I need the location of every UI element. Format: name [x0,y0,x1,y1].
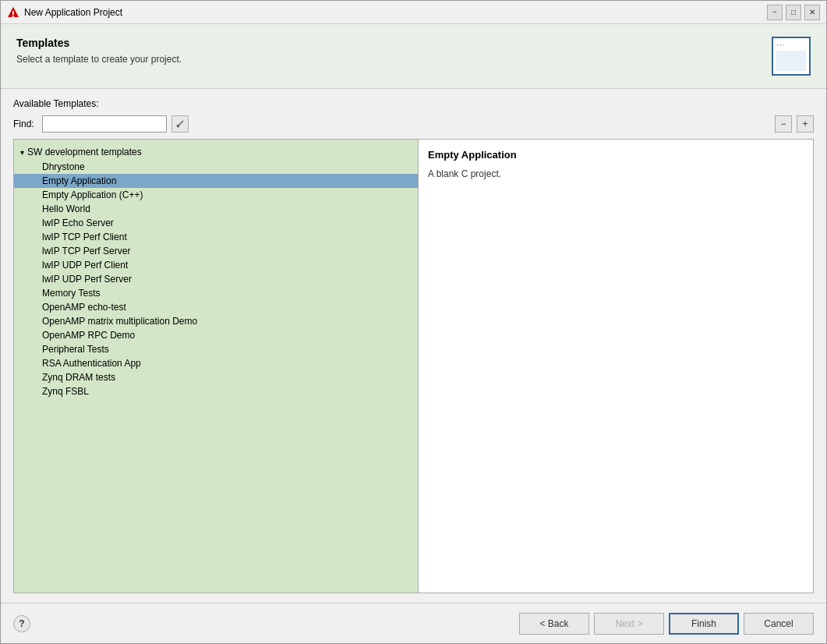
svg-rect-1 [12,11,14,15]
header-title: Templates [16,37,182,49]
restore-button[interactable]: □ [786,5,801,20]
chevron-down-icon: ▾ [20,148,24,157]
close-button[interactable]: ✕ [804,5,820,20]
category-label: SW development templates [27,147,142,157]
template-item[interactable]: lwIP TCP Perf Server [14,244,418,258]
expand-button[interactable]: + [797,115,814,133]
body-section: Available Templates: Find: − + ▾ SW deve… [1,89,826,603]
svg-rect-2 [12,16,14,17]
template-item[interactable]: Hello World [14,202,418,216]
finish-button[interactable]: Finish [669,613,739,635]
title-bar: New Application Project − □ ✕ [1,1,826,24]
template-item[interactable]: Dhrystone [14,160,418,174]
template-item[interactable]: lwIP Echo Server [14,216,418,230]
window-controls: − □ ✕ [767,5,820,20]
available-templates-label: Available Templates: [13,98,814,109]
content-area: ▾ SW development templates DhrystoneEmpt… [13,139,814,593]
template-item[interactable]: lwIP UDP Perf Server [14,272,418,286]
template-item[interactable]: Zynq DRAM tests [14,370,418,384]
back-button[interactable]: < Back [519,613,589,635]
template-items-container: DhrystoneEmpty ApplicationEmpty Applicat… [14,160,418,398]
window-title: New Application Project [24,7,767,18]
find-label: Find: [13,119,34,129]
header-subtitle: Select a template to create your project… [16,54,182,65]
cancel-button[interactable]: Cancel [744,613,814,635]
template-item[interactable]: OpenAMP matrix multiplication Demo [14,314,418,328]
find-row: Find: − + [13,115,814,133]
header-text: Templates Select a template to create yo… [16,37,182,65]
footer-buttons: < Back Next > Finish Cancel [519,613,814,635]
find-input[interactable] [42,115,167,133]
pencil-icon [176,120,184,128]
template-item[interactable]: Zynq FSBL [14,384,418,398]
description-panel: Empty Application A blank C project. [419,139,814,593]
template-item[interactable]: RSA Authentication App [14,356,418,370]
header-section: Templates Select a template to create yo… [1,24,826,89]
template-item[interactable]: Memory Tests [14,286,418,300]
templates-panel: ▾ SW development templates DhrystoneEmpt… [13,139,419,593]
template-item[interactable]: OpenAMP echo-test [14,300,418,314]
tree-category-sw[interactable]: ▾ SW development templates [14,144,418,160]
collapse-button[interactable]: − [775,115,792,133]
minimize-button[interactable]: − [767,5,783,20]
template-icon [772,37,811,76]
app-icon [7,6,19,19]
template-item[interactable]: lwIP UDP Perf Client [14,258,418,272]
template-item[interactable]: OpenAMP RPC Demo [14,328,418,342]
template-item[interactable]: Empty Application [14,174,418,188]
footer: ? < Back Next > Finish Cancel [1,603,826,643]
find-clear-button[interactable] [171,115,189,133]
description-title: Empty Application [428,149,804,161]
help-button[interactable]: ? [13,615,30,632]
template-item[interactable]: Peripheral Tests [14,342,418,356]
description-text: A blank C project. [428,168,804,179]
template-item[interactable]: lwIP TCP Perf Client [14,230,418,244]
next-button[interactable]: Next > [594,613,664,635]
template-item[interactable]: Empty Application (C++) [14,188,418,202]
